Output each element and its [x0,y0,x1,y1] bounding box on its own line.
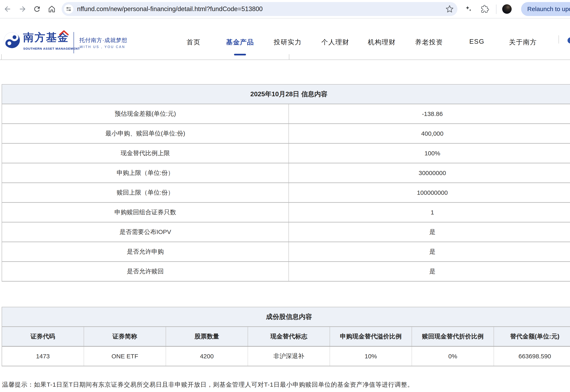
table-row: 是否允许申购 是 [2,242,570,262]
column-header: 证券代码 [2,327,84,346]
header-bottom-rule [0,59,570,60]
reminder-note: 温馨提示：如果T-1日至T日期间有东京证券交易所交易日且非申赎开放日，则基金管理… [2,380,414,389]
row-value: 是 [289,223,570,242]
row-value: 是 [289,242,570,261]
row-label: 申购上限（单位:份） [2,163,289,182]
home-icon[interactable] [48,5,56,13]
nav-item-esg[interactable]: ESG [469,38,484,45]
nav-item-personal[interactable]: 个人理财 [321,38,349,47]
nav-item-home[interactable]: 首页 [187,38,201,47]
constituents-table-title: 成份股信息内容 [2,307,570,327]
url-text[interactable]: nffund.com/new/personal-financing/detail… [77,5,263,13]
row-value: 是 [289,262,570,281]
table-edge-tick-middle [289,54,289,59]
column-header: 现金替代标志 [248,327,330,346]
nav-item-fund-products[interactable]: 基金产品 [226,38,254,47]
table-row: 赎回上限（单位:份） 100000000 [2,183,570,203]
logo-divider [74,32,74,53]
ai-sparkle-icon[interactable] [465,5,472,13]
nav-separator [558,35,559,43]
site-header: 南方基金 SOUTHERN ASSET MANAGEMENT 托付南方·成就梦想… [0,18,570,60]
row-label: 最小申购、赎回单位(单位:份) [2,124,289,143]
column-header: 证券简称 [84,327,166,346]
table-edge-tick-left [1,54,2,59]
southern-fund-logo-icon [3,32,21,49]
nav-item-institution[interactable]: 机构理财 [368,38,396,47]
bookmark-star-icon[interactable] [446,5,454,13]
reload-icon[interactable] [33,5,41,13]
table-row: 预估现金差额(单位:元) -138.86 [2,104,570,124]
logo-slogan-en: WITH US , YOU CAN [80,45,125,49]
nav-item-research[interactable]: 投研实力 [274,38,302,47]
nav-item-about[interactable]: 关于南方 [509,38,537,47]
logo-text-en: SOUTHERN ASSET MANAGEMENT [23,47,80,50]
row-label: 是否允许申购 [2,242,289,261]
column-header: 替代金额(单位:元) [494,327,570,346]
site-info-icon[interactable] [64,4,73,14]
row-label: 赎回上限（单位:份） [2,183,289,202]
toolbar-separator [496,4,496,14]
table-row: 申购上限（单位:份） 30000000 [2,163,570,183]
row-value: 30000000 [289,163,570,182]
column-header: 股票数量 [166,327,248,346]
table-row: 申购赎回组合证券只数 1 [2,203,570,223]
cell-discount-ratio: 0% [412,347,494,366]
back-icon[interactable] [3,5,12,13]
cell-security-name: ONE ETF [84,347,166,366]
profile-avatar[interactable] [502,4,512,14]
browser-toolbar: nffund.com/new/personal-financing/detail… [0,0,570,18]
row-value: 400,000 [289,124,570,143]
row-value: 1 [289,203,570,222]
constituents-data-row: 1473 ONE ETF 4200 非沪深退补 10% 0% 663698.59… [2,347,570,366]
table-row: 现金替代比例上限 100% [2,144,570,163]
extensions-puzzle-icon[interactable] [481,5,489,13]
row-value: 100000000 [289,183,570,202]
forward-icon[interactable] [18,5,27,13]
cell-security-code: 1473 [2,347,84,366]
row-label: 预估现金差额(单位:元) [2,104,289,123]
cell-cash-flag: 非沪深退补 [248,347,330,366]
nav-item-pension[interactable]: 养老投资 [415,38,443,47]
row-value: -138.86 [289,104,570,123]
url-bar[interactable]: nffund.com/new/personal-financing/detail… [62,2,457,16]
daily-info-table: 2025年10月28日 信息内容 预估现金差额(单位:元) -138.86 最小… [2,84,570,281]
cell-substitute-amount: 663698.590 [494,347,570,366]
relaunch-to-update-button[interactable]: Relaunch to update [521,2,570,16]
row-label: 现金替代比例上限 [2,144,289,163]
column-header: 申购现金替代溢价比例 [330,327,412,346]
row-value: 100% [289,144,570,163]
daily-info-table-title: 2025年10月28日 信息内容 [2,84,570,104]
row-label: 申购赎回组合证券只数 [2,203,289,222]
column-header: 赎回现金替代折价比例 [412,327,494,346]
row-label: 是否允许赎回 [2,262,289,281]
table-row: 最小申购、赎回单位(单位:份) 400,000 [2,124,570,144]
row-label: 是否需要公布IOPV [2,223,289,242]
cell-premium-ratio: 10% [330,347,412,366]
table-row: 是否允许赎回 是 [2,262,570,281]
constituents-header-row: 证券代码 证券简称 股票数量 现金替代标志 申购现金替代溢价比例 赎回现金替代折… [2,327,570,347]
table-row: 是否需要公布IOPV 是 [2,223,570,242]
constituents-table: 成份股信息内容 证券代码 证券简称 股票数量 现金替代标志 申购现金替代溢价比例… [2,307,570,366]
cell-share-quantity: 4200 [166,347,248,366]
logo-red-roof-icon [59,30,69,35]
search-icon[interactable] [568,37,570,43]
logo-slogan-cn: 托付南方·成就梦想 [79,37,127,44]
